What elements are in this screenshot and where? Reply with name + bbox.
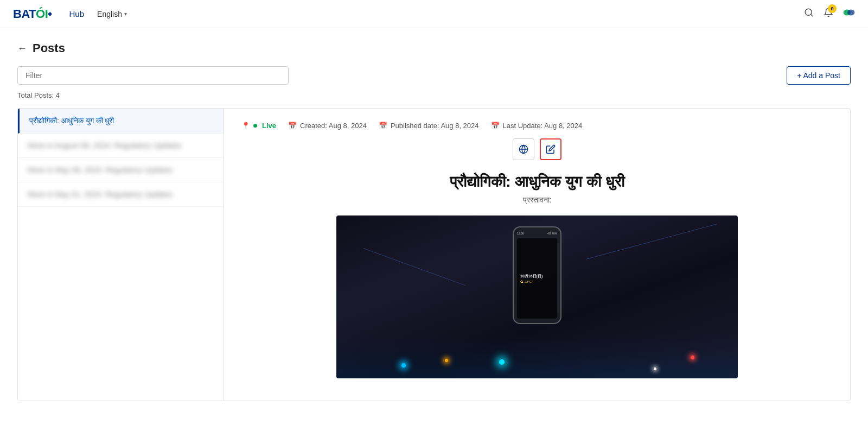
search-icon[interactable]	[804, 8, 814, 20]
phone-mockup: 15:36 4G 76% 10月16日(日) 🌤 22°C	[513, 226, 561, 324]
post-item-4[interactable]: More in May 01, 2024: Regulatory Updates	[18, 182, 224, 207]
post-item-3[interactable]: More in May 08, 2024: Regulatory Updates	[18, 158, 224, 182]
total-posts-label: Total Posts: 4	[17, 91, 851, 99]
filter-input[interactable]	[17, 66, 289, 85]
decorative-line-1	[363, 248, 465, 286]
post-subtitle: प्रस्तावना:	[241, 195, 833, 205]
phone-signal: 4G 76%	[547, 232, 557, 235]
live-badge: Live	[262, 122, 276, 130]
post-detail: 📍 Live 📅 Created: Aug 8, 2024 📅 Publishe…	[224, 109, 850, 401]
phone-date: 10月16日(日)	[520, 274, 542, 279]
post-heading: प्रौद्योगिकी: आधुनिक युग की धुरी	[241, 173, 833, 191]
user-icon[interactable]	[843, 7, 855, 21]
logo-oi-text: ÓI	[36, 7, 48, 21]
published-date-label: Published date: Aug 8, 2024	[391, 122, 479, 130]
post-item-1[interactable]: प्रौद्योगिकी: आधुनिक युग की धुरी	[18, 109, 224, 134]
logo-dot-text: •	[48, 7, 52, 21]
chevron-down-icon: ▾	[124, 11, 127, 17]
light-3	[499, 359, 505, 365]
svg-line-1	[810, 14, 812, 16]
page-header: ← Posts	[17, 41, 851, 55]
published-date: 📅 Published date: Aug 8, 2024	[379, 122, 479, 130]
created-date: 📅 Created: Aug 8, 2024	[288, 122, 367, 130]
filter-bar: + Add a Post	[17, 66, 851, 85]
calendar-icon-published: 📅	[379, 122, 387, 130]
last-update: 📅 Last Update: Aug 8, 2024	[491, 122, 583, 130]
logo-bat-text: BAT	[13, 7, 36, 21]
post-item-title-2: More in August 08, 2024: Regulatory Upda…	[28, 141, 214, 150]
phone-time: 15:36	[517, 232, 524, 235]
add-post-button[interactable]: + Add a Post	[787, 66, 851, 85]
post-item-title-1: प्रौद्योगिकी: आधुनिक युग की धुरी	[29, 116, 214, 125]
location-icon: 📍	[241, 122, 250, 130]
globe-button[interactable]	[513, 138, 534, 160]
light-2	[445, 359, 448, 362]
light-1	[401, 363, 406, 367]
header-right: 0	[804, 7, 855, 21]
notification-badge: 0	[828, 4, 837, 13]
phone-screen-content: 10月16日(日) 🌤 22°C	[517, 238, 557, 319]
city-lights	[336, 335, 738, 378]
live-status: 📍 Live	[241, 122, 276, 130]
notification-icon[interactable]: 0	[824, 8, 833, 20]
language-label: English	[97, 10, 122, 18]
light-4	[654, 367, 656, 370]
page-title: Posts	[33, 41, 65, 55]
calendar-icon-created: 📅	[288, 122, 297, 130]
phone-weather: 🌤 22°C	[520, 280, 532, 283]
post-item-title-4: More in May 01, 2024: Regulatory Updates	[28, 190, 214, 199]
post-item-title-3: More in May 08, 2024: Regulatory Updates	[28, 166, 214, 174]
nav-hub[interactable]: Hub	[69, 9, 85, 18]
svg-point-3	[847, 10, 854, 16]
decorative-line-2	[586, 224, 717, 259]
page-content: ← Posts + Add a Post Total Posts: 4 प्रौ…	[0, 28, 868, 414]
post-meta: 📍 Live 📅 Created: Aug 8, 2024 📅 Publishe…	[241, 122, 833, 130]
back-button[interactable]: ←	[17, 43, 27, 54]
edit-button[interactable]	[540, 138, 561, 160]
language-selector[interactable]: English ▾	[97, 10, 127, 18]
main-layout: प्रौद्योगिकी: आधुनिक युग की धुरी More in…	[17, 108, 851, 401]
main-header: BATÓI• Hub English ▾ 0	[0, 0, 868, 28]
post-image: 15:36 4G 76% 10月16日(日) 🌤 22°C	[336, 216, 738, 378]
created-date-label: Created: Aug 8, 2024	[300, 122, 367, 130]
logo[interactable]: BATÓI•	[13, 7, 52, 21]
action-buttons	[241, 138, 833, 160]
posts-sidebar: प्रौद्योगिकी: आधुनिक युग की धुरी More in…	[18, 109, 224, 401]
calendar-icon-update: 📅	[491, 122, 500, 130]
live-dot	[253, 124, 257, 128]
last-update-label: Last Update: Aug 8, 2024	[503, 122, 583, 130]
phone-status-bar: 15:36 4G 76%	[517, 232, 557, 235]
post-item-2[interactable]: More in August 08, 2024: Regulatory Upda…	[18, 134, 224, 158]
light-5	[691, 356, 694, 359]
